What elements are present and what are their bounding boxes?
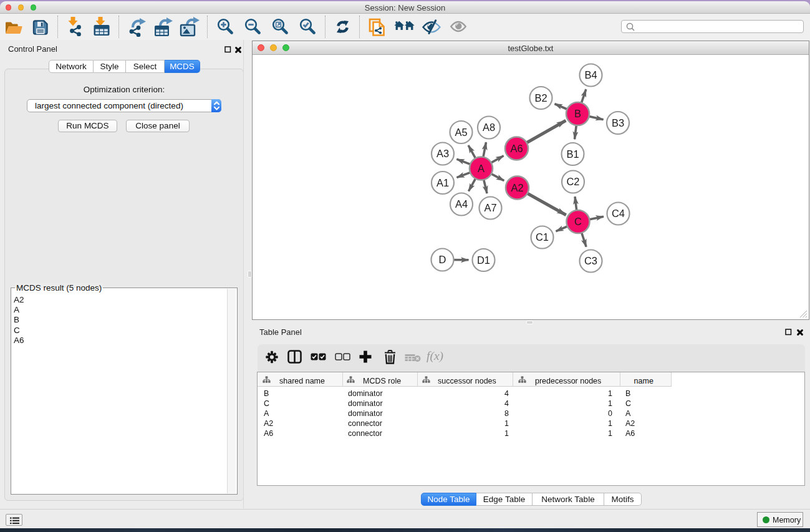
svg-text:C1: C1	[536, 231, 549, 243]
svg-text:A3: A3	[436, 148, 449, 159]
svg-text:A6: A6	[510, 143, 523, 154]
svg-text:C2: C2	[566, 176, 579, 187]
svg-text:C3: C3	[584, 255, 597, 266]
svg-text:B: B	[574, 108, 581, 119]
svg-text:B3: B3	[612, 117, 624, 128]
svg-text:A4: A4	[455, 198, 468, 210]
svg-text:B4: B4	[584, 69, 597, 80]
svg-text:D1: D1	[477, 254, 490, 266]
svg-text:A: A	[478, 163, 485, 174]
svg-text:C: C	[574, 216, 582, 227]
svg-text:A5: A5	[455, 127, 467, 138]
svg-text:B2: B2	[534, 92, 547, 104]
svg-text:D: D	[439, 254, 446, 265]
svg-text:A1: A1	[436, 177, 449, 188]
svg-text:A2: A2	[511, 182, 523, 193]
svg-text:B1: B1	[566, 148, 579, 160]
svg-text:A8: A8	[483, 122, 495, 133]
svg-text:C4: C4	[612, 208, 625, 219]
svg-text:A7: A7	[484, 202, 496, 213]
